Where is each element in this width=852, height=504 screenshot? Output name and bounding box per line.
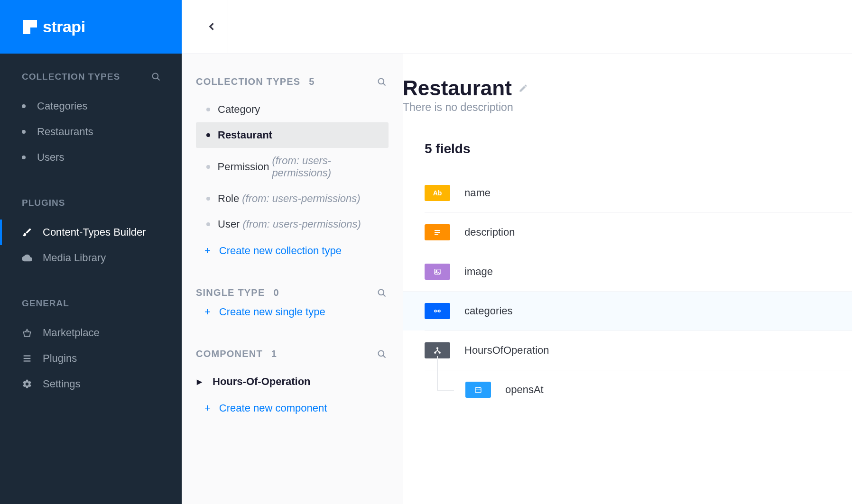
field-name: name: [464, 187, 491, 199]
field-name: opensAt: [505, 384, 544, 396]
basket-icon: [22, 328, 32, 338]
svg-line-10: [383, 355, 386, 357]
sidebar-item[interactable]: Categories: [0, 93, 182, 119]
collection-types-header: COLLECTION TYPES 5: [196, 54, 389, 87]
svg-line-24: [437, 350, 439, 352]
logo-bar[interactable]: strapi: [0, 0, 182, 54]
collection-types-count: 5: [309, 76, 315, 87]
sidebar-item-label: Plugins: [43, 352, 77, 365]
list-icon: [22, 353, 32, 364]
svg-point-19: [437, 348, 438, 349]
plus-icon: +: [204, 245, 211, 257]
plus-icon: +: [204, 402, 211, 414]
collection-type-source: (from: users-permissions): [242, 218, 361, 230]
field-type-badge: [425, 224, 450, 240]
field-row[interactable]: HoursOfOperation: [425, 330, 852, 370]
single-type-header: SINGLE TYPE 0: [196, 265, 389, 298]
sidebar-collection-section: COLLECTION TYPES CategoriesRestaurantsUs…: [0, 54, 182, 170]
sidebar-item-label: Marketplace: [43, 327, 100, 339]
sidebar-item[interactable]: Content-Types Builder: [0, 220, 182, 245]
create-component-button[interactable]: + Create new component: [196, 394, 389, 422]
svg-line-1: [157, 78, 160, 81]
dot-icon: [206, 165, 210, 169]
plus-icon: +: [204, 306, 211, 318]
svg-point-9: [379, 350, 384, 356]
collection-type-source: (from: users-permissions): [242, 192, 360, 205]
content-type-detail-panel: Restaurant There is no description 5 fie…: [403, 54, 852, 504]
search-icon[interactable]: [151, 72, 161, 82]
svg-point-20: [435, 352, 436, 353]
dot-icon: [206, 133, 210, 137]
fields-count-header: 5 fields: [425, 141, 852, 156]
sidebar-item-label: Users: [37, 151, 64, 164]
collection-type-label: User: [218, 218, 240, 230]
sidebar-item-label: Categories: [37, 100, 87, 112]
brand-name: strapi: [43, 18, 85, 36]
component-item[interactable]: ▶Hours-Of-Operation: [196, 369, 389, 394]
collection-type-item[interactable]: Category: [196, 97, 389, 122]
svg-line-8: [383, 294, 386, 296]
search-icon[interactable]: [377, 77, 387, 87]
svg-point-15: [436, 270, 437, 272]
collection-type-item[interactable]: Role(from: users-permissions): [196, 186, 389, 211]
collection-type-label: Category: [218, 103, 260, 116]
field-row-child[interactable]: opensAt: [425, 370, 852, 409]
svg-point-17: [438, 310, 440, 312]
sidebar-item-label: Restaurants: [37, 126, 93, 138]
create-single-label: Create new single type: [219, 306, 325, 318]
search-icon[interactable]: [377, 349, 387, 359]
gear-icon: [22, 379, 32, 389]
svg-line-23: [435, 350, 437, 352]
collection-type-item[interactable]: User(from: users-permissions): [196, 211, 389, 237]
sidebar-general-section: GENERAL MarketplacePluginsSettings: [0, 271, 182, 397]
dot-icon: [206, 197, 210, 201]
strapi-logo-icon: [23, 20, 37, 34]
back-button[interactable]: [196, 0, 228, 54]
sidebar-item[interactable]: Settings: [0, 371, 182, 397]
topbar: [182, 0, 852, 54]
detail-header: Restaurant There is no description: [403, 76, 852, 114]
sidebar-plugins-header: PLUGINS: [0, 170, 182, 208]
component-label: Hours-Of-Operation: [213, 376, 311, 388]
search-icon[interactable]: [377, 288, 387, 298]
collection-type-item[interactable]: Permission(from: users-permissions): [196, 148, 389, 186]
component-header: COMPONENT 1: [196, 326, 389, 359]
field-name: HoursOfOperation: [464, 344, 549, 357]
caret-right-icon: ▶: [197, 378, 202, 385]
collection-types-label: COLLECTION TYPES: [196, 76, 300, 87]
sidebar-general-label: GENERAL: [22, 298, 69, 309]
component-label: COMPONENT: [196, 348, 263, 359]
field-row[interactable]: categories: [403, 291, 852, 330]
sidebar: strapi COLLECTION TYPES CategoriesRestau…: [0, 0, 182, 504]
dot-icon: [22, 156, 26, 159]
single-type-label: SINGLE TYPE: [196, 287, 265, 298]
sidebar-item[interactable]: Media Library: [0, 245, 182, 271]
component-count: 1: [271, 348, 277, 359]
field-row[interactable]: description: [425, 212, 852, 252]
sidebar-item[interactable]: Users: [0, 145, 182, 170]
field-type-badge: Ab: [425, 185, 450, 201]
sidebar-item[interactable]: Plugins: [0, 346, 182, 371]
create-single-type-button[interactable]: + Create new single type: [196, 298, 389, 326]
field-row[interactable]: Abname: [425, 174, 852, 212]
field-type-badge: [425, 303, 450, 319]
field-type-badge: [465, 382, 491, 398]
create-collection-type-button[interactable]: + Create new collection type: [196, 237, 389, 265]
sidebar-item-label: Settings: [43, 378, 81, 390]
field-row[interactable]: image: [425, 252, 852, 291]
collection-type-label: Role: [218, 192, 239, 205]
sidebar-item[interactable]: Restaurants: [0, 119, 182, 145]
svg-point-21: [439, 352, 440, 353]
pencil-icon[interactable]: [519, 83, 528, 93]
svg-rect-25: [475, 387, 481, 393]
sidebar-collection-label: COLLECTION TYPES: [22, 72, 120, 82]
brush-icon: [22, 227, 32, 238]
sidebar-item[interactable]: Marketplace: [0, 320, 182, 346]
collection-type-label: Permission: [218, 161, 269, 173]
create-collection-label: Create new collection type: [219, 245, 342, 257]
sidebar-item-label: Content-Types Builder: [43, 226, 146, 238]
single-type-count: 0: [273, 287, 279, 298]
collection-type-item[interactable]: Restaurant: [196, 122, 389, 148]
dot-icon: [206, 108, 210, 111]
svg-point-16: [435, 310, 436, 312]
